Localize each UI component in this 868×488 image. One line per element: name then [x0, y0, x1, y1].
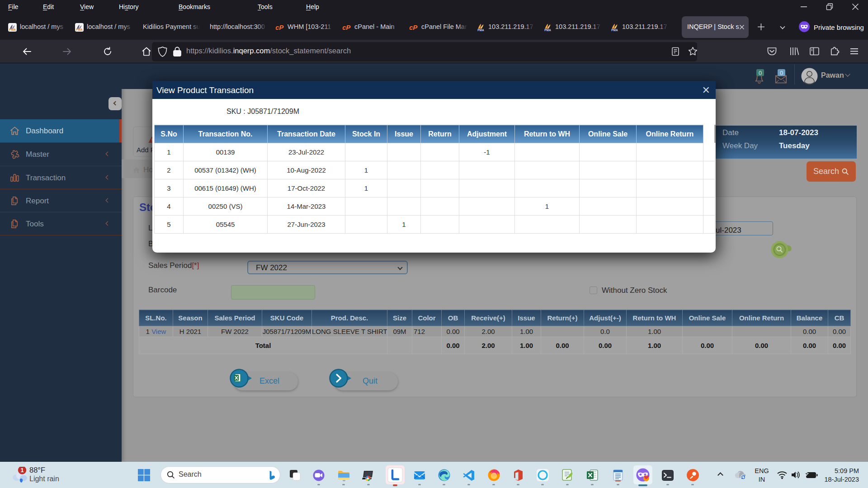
svg-text:PMA: PMA	[76, 28, 83, 31]
svg-text:cP: cP	[410, 23, 418, 31]
svg-text:PMA: PMA	[544, 28, 551, 32]
svg-text:cP: cP	[276, 23, 284, 31]
svg-text:0: 0	[780, 70, 783, 76]
svg-text:0: 0	[759, 70, 762, 76]
svg-text:1: 1	[20, 467, 24, 474]
svg-text:PMA: PMA	[9, 28, 16, 31]
svg-text:cP: cP	[343, 23, 351, 31]
svg-text:PMA: PMA	[477, 28, 484, 32]
svg-text:PMA: PMA	[611, 28, 618, 32]
